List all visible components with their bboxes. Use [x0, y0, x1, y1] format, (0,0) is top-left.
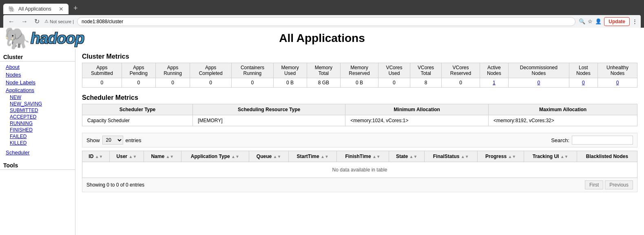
- val-memory-total: 8 GB: [307, 78, 340, 88]
- col-memory-reserved: MemoryReserved: [340, 63, 378, 78]
- scheduler-metrics-title: Scheduler Metrics: [82, 94, 637, 101]
- tab-label: All Applications: [18, 6, 51, 12]
- running-link[interactable]: RUNNING: [0, 120, 75, 127]
- val-apps-completed: 0: [190, 78, 232, 88]
- search-input[interactable]: [572, 136, 633, 145]
- col-queue[interactable]: Queue ▲▼: [249, 151, 289, 162]
- pagination-buttons: First Previous: [585, 180, 633, 189]
- col-apps-submitted: AppsSubmitted: [82, 63, 122, 78]
- bookmark-icon: ☆: [588, 18, 593, 24]
- page-header-area: 🐘 hadoop All Applications: [0, 28, 644, 49]
- page-layout: Cluster About Nodes Node Labels Applicat…: [0, 49, 644, 235]
- entries-label: entries: [126, 137, 142, 143]
- tab-bar: 🐘 All Applications ✕ +: [3, 2, 641, 14]
- col-finalstatus[interactable]: FinalStatus ▲▼: [425, 151, 478, 162]
- name-sort-arrows: ▲▼: [166, 154, 174, 159]
- submitted-link[interactable]: SUBMITTED: [0, 107, 75, 114]
- finished-link[interactable]: FINISHED: [0, 127, 75, 133]
- val-decommissioned-nodes[interactable]: 0: [509, 78, 569, 88]
- entries-select[interactable]: 10 20 25 50 100: [102, 136, 123, 145]
- warning-icon: ⚠: [44, 19, 49, 24]
- col-containers-running: ContainersRunning: [232, 63, 273, 78]
- reload-button[interactable]: ↻: [33, 17, 41, 26]
- val-apps-pending: 0: [122, 78, 155, 88]
- col-tracking-ui[interactable]: Tracking UI ▲▼: [524, 151, 577, 162]
- new-link[interactable]: NEW: [0, 94, 75, 101]
- previous-button[interactable]: Previous: [605, 180, 633, 189]
- val-active-nodes[interactable]: 1: [480, 78, 508, 88]
- col-id[interactable]: ID ▲▼: [82, 151, 110, 162]
- scheduler-metrics-row: Capacity Scheduler [MEMORY] <memory:1024…: [82, 115, 637, 126]
- browser-toolbar-right: 🔍 ☆ 👤 Update ⋮: [579, 17, 637, 26]
- val-containers-running: 0: [232, 78, 273, 88]
- cluster-section-title: Cluster: [0, 52, 75, 61]
- col-apps-completed: AppsCompleted: [190, 63, 232, 78]
- elephant-icon: 🐘: [4, 28, 31, 49]
- col-blacklisted-nodes[interactable]: Blacklisted Nodes: [577, 151, 637, 162]
- nodes-link[interactable]: Nodes: [0, 71, 75, 79]
- state-sort-arrows: ▲▼: [409, 154, 418, 159]
- col-lost-nodes: LostNodes: [569, 63, 598, 78]
- col-vcores-used: VCoresUsed: [378, 63, 410, 78]
- lost-nodes-link[interactable]: 0: [582, 80, 585, 86]
- cluster-metrics-title: Cluster Metrics: [82, 53, 637, 60]
- back-button[interactable]: ←: [7, 17, 16, 26]
- unhealthy-nodes-link[interactable]: 0: [616, 80, 619, 86]
- col-starttime[interactable]: StartTime ▲▼: [289, 151, 337, 162]
- queue-sort-arrows: ▲▼: [273, 154, 281, 159]
- val-memory-used: 0 B: [273, 78, 307, 88]
- cluster-metrics-row: 0 0 0 0 0 0 B 8 GB 0 B 0 8 0 1 0 0 0: [82, 78, 637, 88]
- col-memory-used: MemoryUsed: [273, 63, 307, 78]
- new-saving-link[interactable]: NEW_SAVING: [0, 101, 75, 107]
- active-nodes-link[interactable]: 1: [493, 80, 496, 86]
- col-maximum-allocation: Maximum Allocation: [489, 104, 637, 115]
- val-vcores-used: 0: [378, 78, 410, 88]
- tools-section-title: Tools: [0, 160, 75, 170]
- progress-sort-arrows: ▲▼: [508, 154, 516, 159]
- accepted-link[interactable]: ACCEPTED: [0, 114, 75, 120]
- address-input[interactable]: [77, 17, 575, 26]
- first-button[interactable]: First: [585, 180, 603, 189]
- search-area: Search:: [551, 136, 633, 145]
- show-entries-row: Show 10 20 25 50 100 entries Search:: [82, 133, 637, 147]
- apptype-sort-arrows: ▲▼: [231, 154, 239, 159]
- val-scheduling-resource-type: [MEMORY]: [193, 115, 345, 126]
- no-data-row: No data available in table: [82, 162, 637, 178]
- separator: |: [73, 19, 74, 24]
- applications-link[interactable]: Applications: [0, 86, 75, 94]
- new-tab-button[interactable]: +: [70, 2, 81, 14]
- showing-label: Showing 0 to 0 of 0 entries: [86, 182, 144, 188]
- col-state[interactable]: State ▲▼: [389, 151, 424, 162]
- active-tab[interactable]: 🐘 All Applications ✕: [3, 4, 69, 14]
- decommissioned-nodes-link[interactable]: 0: [537, 80, 540, 86]
- tab-favicon: 🐘: [8, 6, 15, 12]
- killed-link[interactable]: KILLED: [0, 140, 75, 146]
- forward-button[interactable]: →: [20, 17, 29, 26]
- val-maximum-allocation: <memory:8192, vCores:32>: [489, 115, 637, 126]
- col-application-type[interactable]: Application Type ▲▼: [181, 151, 249, 162]
- val-apps-submitted: 0: [82, 78, 122, 88]
- val-lost-nodes[interactable]: 0: [569, 78, 598, 88]
- node-labels-link[interactable]: Node Labels: [0, 79, 75, 86]
- about-link[interactable]: About: [0, 63, 75, 71]
- scheduler-link[interactable]: Scheduler: [0, 149, 75, 156]
- failed-link[interactable]: FAILED: [0, 133, 75, 140]
- col-minimum-allocation: Minimum Allocation: [345, 104, 489, 115]
- val-unhealthy-nodes[interactable]: 0: [598, 78, 637, 88]
- main-content: Cluster Metrics AppsSubmitted AppsPendin…: [75, 49, 644, 235]
- starttime-sort-arrows: ▲▼: [321, 154, 329, 159]
- col-name[interactable]: Name ▲▼: [144, 151, 181, 162]
- page-title: All Applications: [8, 32, 636, 45]
- col-progress[interactable]: Progress ▲▼: [477, 151, 524, 162]
- user-sort-arrows: ▲▼: [129, 154, 137, 159]
- update-button[interactable]: Update: [604, 17, 630, 26]
- search-label: Search:: [551, 137, 569, 143]
- col-finishtime[interactable]: FinishTime ▲▼: [337, 151, 389, 162]
- val-scheduler-type: Capacity Scheduler: [82, 115, 193, 126]
- security-label: Not secure: [50, 19, 71, 24]
- val-apps-running: 0: [155, 78, 190, 88]
- val-minimum-allocation: <memory:1024, vCores:1>: [345, 115, 489, 126]
- col-user[interactable]: User ▲▼: [109, 151, 144, 162]
- more-options-icon: ⋮: [632, 18, 637, 24]
- tab-close-button[interactable]: ✕: [59, 6, 64, 12]
